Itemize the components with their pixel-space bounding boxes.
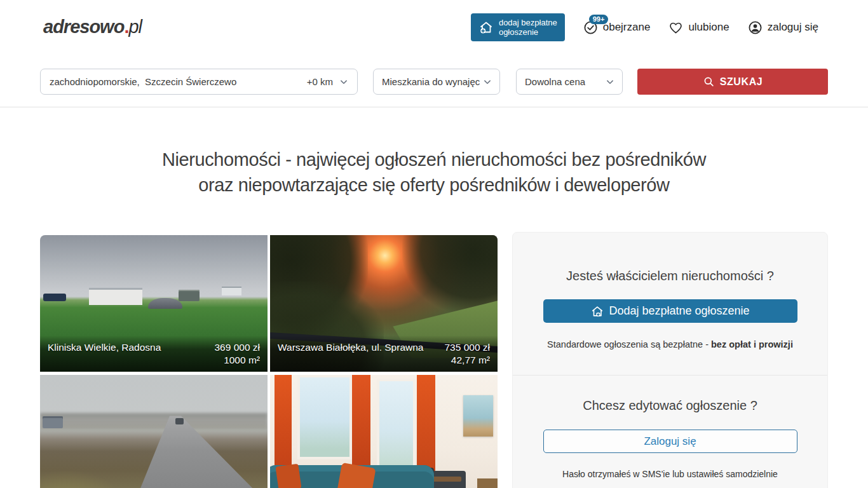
edit-section: Chcesz edytować ogłoszenie ? Zaloguj się… (513, 376, 827, 479)
search-bar: +0 km Mieszkania do wynajęc Dowolna cena (40, 69, 828, 95)
listing-card[interactable]: Felicjanów 979 000 zł (40, 375, 268, 488)
sidebar-add-listing-label: Dodaj bezpłatne ogłoszenie (609, 304, 749, 318)
distant-house-shape (222, 287, 241, 295)
edit-heading: Chcesz edytować ogłoszenie ? (513, 398, 827, 413)
listing-card[interactable]: Warszawa Białołęka, ul. Sprawna 735 000 … (270, 235, 498, 372)
property-type-value: Mieszkania do wynajęc (382, 76, 480, 87)
window-shape (297, 375, 352, 459)
treeline-shape (40, 413, 268, 430)
add-listing-button[interactable]: dodaj bezpłatne ogłoszenie (471, 13, 565, 42)
pillow-shape (275, 464, 301, 488)
shed-shape (179, 290, 199, 301)
tree-silhouette (402, 235, 498, 315)
favorites-link[interactable]: ulubione (668, 20, 729, 35)
house-plus-icon (590, 304, 604, 318)
free-listing-note: Standardowe ogłoszenia są bezpłatne - be… (513, 339, 827, 349)
site-logo[interactable]: adresowo.pl (43, 17, 142, 37)
listing-card[interactable]: Władysławowo, ul. 514 000 zł (270, 375, 498, 488)
property-type-select[interactable]: Mieszkania do wynajęc (373, 69, 500, 95)
favorites-label: ulubione (688, 21, 729, 34)
sidebar-add-listing-button[interactable]: Dodaj bezpłatne ogłoszenie (543, 299, 797, 323)
house-shape (89, 288, 142, 305)
header-top-row: adresowo.pl dodaj bezpłatne ogłosz (0, 0, 868, 55)
listing-caption: Kliniska Wielkie, Radosna 369 000 zł 100… (40, 336, 268, 372)
price-select[interactable]: Dowolna cena (516, 69, 623, 95)
chevron-down-icon (604, 76, 616, 88)
car-shape (148, 298, 182, 309)
logo-name: adresowo (43, 17, 124, 37)
login-link[interactable]: zaloguj się (748, 20, 818, 35)
house-plus-icon (478, 20, 494, 35)
listing-price-area: 369 000 zł 1000 m² (214, 341, 260, 367)
heart-icon (668, 20, 683, 35)
listings-grid: Kliniska Wielkie, Radosna 369 000 zł 100… (40, 235, 498, 488)
grass-shape (40, 471, 124, 488)
listing-caption: Warszawa Białołęka, ul. Sprawna 735 000 … (270, 336, 498, 372)
sidebar-login-button[interactable]: Zaloguj się (543, 430, 797, 453)
header: adresowo.pl dodaj bezpłatne ogłosz (0, 0, 868, 107)
chevron-down-icon[interactable] (338, 76, 349, 88)
user-circle-icon (748, 20, 763, 35)
add-listing-label: dodaj bezpłatne ogłoszenie (499, 18, 557, 37)
location-input[interactable] (50, 76, 307, 87)
owner-heading: Jesteś właścicielem nieruchomości ? (513, 269, 827, 283)
listing-title: Kliniska Wielkie, Radosna (48, 341, 207, 354)
header-nav: dodaj bezpłatne ogłoszenie 99+ obejrzane (471, 0, 818, 55)
counter-shape (477, 478, 498, 488)
viewed-count-badge: 99+ (589, 15, 609, 24)
listing-title: Warszawa Białołęka, ul. Sprawna (278, 341, 437, 354)
search-button-label: SZUKAJ (720, 76, 763, 88)
vehicle-shape (175, 418, 184, 425)
distant-house-shape (43, 416, 63, 428)
login-label: zaloguj się (768, 21, 818, 34)
password-note: Hasło otrzymałeś w SMS'ie lub ustawiłeś … (513, 469, 827, 479)
chevron-down-icon (482, 76, 493, 88)
magnifier-icon (703, 76, 715, 88)
page-title: Nieruchomości - najwięcej ogłoszeń nieru… (0, 147, 868, 198)
owner-panel: Jesteś właścicielem nieruchomości ? Doda… (512, 232, 828, 488)
radius-value: +0 km (307, 76, 333, 87)
price-value: Dowolna cena (525, 76, 585, 87)
location-box: +0 km (40, 69, 358, 95)
owner-section: Jesteś właścicielem nieruchomości ? Doda… (513, 233, 827, 349)
viewed-label: obejrzane (603, 21, 651, 34)
listing-price-area: 735 000 zł 42,77 m² (444, 341, 490, 367)
viewed-link[interactable]: 99+ obejrzane (583, 20, 651, 35)
search-button[interactable]: SZUKAJ (637, 69, 828, 95)
adresowo-homepage: adresowo.pl dodaj bezpłatne ogłosz (0, 0, 868, 488)
logo-tld: pl (128, 17, 142, 37)
wall-picture-shape (463, 395, 493, 437)
trampoline-shape (43, 294, 66, 301)
listing-card[interactable]: Kliniska Wielkie, Radosna 369 000 zł 100… (40, 235, 268, 372)
